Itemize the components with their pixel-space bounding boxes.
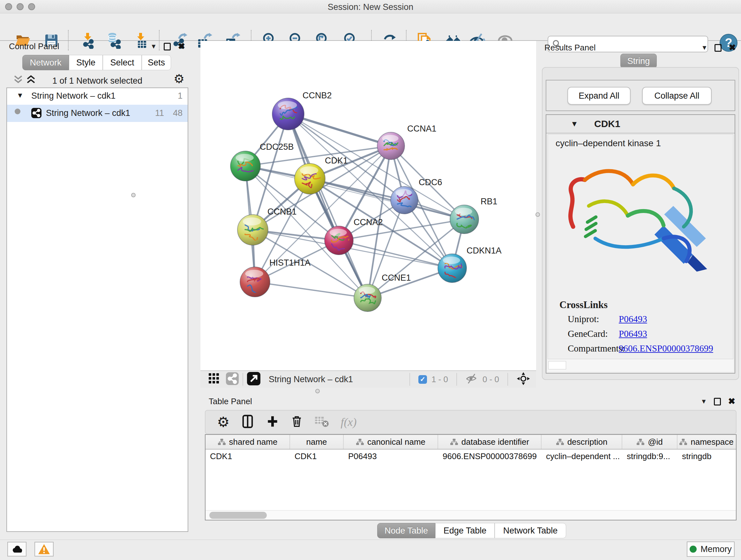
control-panel: Control Panel ▼ ✖ Network Style Select S… [4, 41, 191, 538]
crosslink-link[interactable]: P06493 [619, 314, 647, 324]
tree-expander-icon[interactable]: ▼ [17, 91, 23, 100]
cell-database-identifier[interactable]: 9606.ENSP00000378699 [438, 449, 542, 463]
create-column-icon[interactable] [266, 414, 279, 430]
column-header[interactable]: name [290, 435, 344, 449]
node-highlight [300, 166, 319, 174]
show-columns-icon[interactable] [240, 414, 255, 431]
network-type-icon [31, 108, 42, 120]
network-current-dot-icon [15, 109, 20, 114]
collapse-all-button[interactable]: Collapse All [642, 87, 712, 105]
tab-network[interactable]: Network [22, 55, 69, 70]
protein-scrollbar[interactable] [548, 359, 733, 372]
panel-close-icon[interactable]: ✖ [728, 397, 735, 406]
network-label: String Network – cdk1 [46, 108, 130, 118]
column-header[interactable]: canonical name [344, 435, 438, 449]
collapse-section-icon[interactable]: ▼ [570, 119, 578, 128]
splitter-handle[interactable] [131, 193, 136, 197]
table-horizontal-scrollbar[interactable] [205, 510, 736, 520]
panel-float-icon[interactable] [164, 43, 171, 51]
tab-select[interactable]: Select [103, 55, 142, 70]
node-highlight [382, 135, 399, 142]
tab-style[interactable]: Style [69, 55, 103, 70]
node-table: shared name name canonical name database… [205, 434, 737, 520]
column-header[interactable]: shared name [205, 435, 290, 449]
node-label-CCNA2: CCNA2 [354, 217, 383, 227]
panel-menu-icon[interactable]: ▼ [151, 43, 157, 50]
table-panel: Table Panel ▼ ✖ ⚙ f(x) [200, 396, 741, 538]
crosslink-label: GeneCard: [568, 328, 608, 339]
panel-float-icon[interactable] [715, 44, 722, 52]
node-highlight [243, 217, 261, 226]
detach-view-icon[interactable] [247, 372, 260, 387]
fit-selected-crosshair-icon[interactable] [516, 372, 530, 387]
cell-name[interactable]: CDK1 [290, 449, 344, 463]
memory-label: Memory [700, 544, 732, 554]
cloud-button[interactable] [7, 542, 26, 557]
column-header[interactable]: database identifier [438, 435, 542, 449]
selected-checkbox-icon[interactable]: ✓ [418, 375, 427, 384]
column-header[interactable]: namespace [677, 435, 735, 449]
panel-menu-icon[interactable]: ▼ [701, 398, 707, 405]
network-view-title: String Network – cdk1 [269, 374, 353, 384]
node-highlight [395, 189, 412, 196]
splitter-handle[interactable] [315, 389, 320, 393]
node-label-RB1: RB1 [481, 197, 497, 206]
function-builder-icon[interactable]: f(x) [340, 415, 356, 429]
tab-string[interactable]: String [620, 54, 657, 68]
protein-header[interactable]: ▼ CDK1 [546, 115, 735, 133]
node-highlight [278, 101, 297, 110]
tab-sets[interactable]: Sets [142, 55, 171, 70]
cell-id[interactable]: stringdb:9... [622, 449, 677, 463]
panel-close-icon[interactable]: ✖ [729, 44, 736, 52]
column-header[interactable]: @id [622, 435, 677, 449]
protein-description: cyclin–dependent kinase 1 [556, 138, 661, 148]
network-row[interactable]: String Network – cdk1 11 48 [7, 105, 188, 122]
hidden-eye-icon[interactable] [465, 372, 478, 386]
warning-button[interactable] [35, 542, 54, 557]
panel-float-icon[interactable] [714, 398, 721, 406]
cell-namespace[interactable]: stringdb [677, 449, 735, 463]
memory-status-icon [690, 546, 697, 553]
network-tree: ▼ String Network – cdk1 1 String Network… [6, 87, 188, 532]
network-selection-status: 1 of 1 Network selected [4, 76, 191, 86]
node-label-CDC25B: CDC25B [260, 142, 294, 152]
node-label-CDKN1A: CDKN1A [467, 246, 502, 255]
splitter-handle[interactable] [536, 212, 540, 217]
network-overview-icon[interactable] [226, 372, 239, 386]
network-node-count: 11 [155, 108, 164, 118]
panel-menu-icon[interactable]: ▼ [701, 44, 708, 51]
network-edge[interactable] [288, 114, 367, 298]
memory-button[interactable]: Memory [687, 542, 735, 557]
node-label-CDC6: CDC6 [419, 178, 442, 187]
node-label-CCNA1: CCNA1 [407, 124, 436, 133]
network-edge-count: 48 [173, 108, 183, 118]
cell-canonical-name[interactable]: P06493 [344, 449, 438, 463]
network-canvas[interactable]: CCNB2CCNA1CDC25BCDK1CDC6RB1CCNB1CCNA2CDK… [200, 41, 536, 370]
cell-shared-name[interactable]: CDK1 [205, 449, 290, 463]
crosslink-link[interactable]: 9606.ENSP00000378699 [619, 343, 713, 354]
results-panel-title: Results Panel [544, 43, 596, 53]
window-title: Session: New Session [0, 2, 741, 12]
network-collection-label: String Network – cdk1 [31, 91, 116, 101]
table-row[interactable]: CDK1 CDK1 P06493 9606.ENSP00000378699 cy… [205, 449, 736, 463]
birdseye-view-icon[interactable] [208, 373, 220, 386]
network-collection-row[interactable]: ▼ String Network – cdk1 1 [7, 88, 188, 105]
tab-node-table[interactable]: Node Table [377, 523, 435, 538]
node-highlight [245, 270, 263, 277]
column-network-icon [450, 438, 458, 445]
tab-network-table[interactable]: Network Table [495, 523, 566, 538]
panel-close-icon[interactable]: ✖ [178, 42, 185, 51]
protein-details: cyclin–dependent kinase 1 [548, 134, 733, 360]
table-options-gear-icon[interactable]: ⚙ [217, 415, 229, 429]
cytoscape-window: Session: New Session [0, 0, 741, 560]
column-header[interactable]: description [542, 435, 622, 449]
crosslink-link[interactable]: P06493 [619, 328, 647, 339]
network-options-gear-icon[interactable]: ⚙ [174, 73, 185, 85]
collection-count: 1 [178, 91, 183, 101]
tab-edge-table[interactable]: Edge Table [435, 523, 495, 538]
delete-column-icon[interactable] [290, 414, 304, 430]
network-edge[interactable] [255, 282, 367, 298]
expand-all-button[interactable]: Expand All [567, 87, 630, 105]
cell-description[interactable]: cyclin–dependent ... [542, 449, 622, 463]
delete-table-icon[interactable] [314, 415, 330, 429]
